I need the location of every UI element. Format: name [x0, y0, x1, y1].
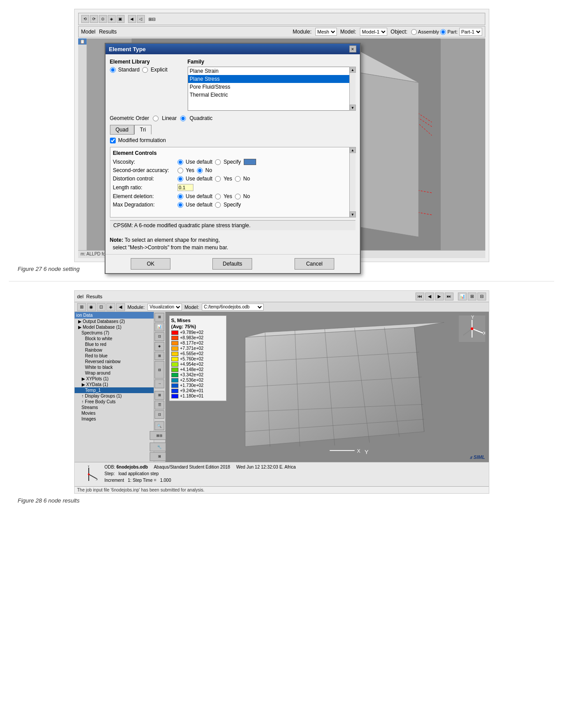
quad-tab[interactable]: Quad — [110, 125, 134, 135]
tree-wrap-around[interactable]: Wrap around — [75, 370, 154, 376]
fig28-icon-2[interactable]: ◉ — [87, 303, 96, 311]
tree-temp1[interactable]: Temp_1 — [75, 387, 154, 393]
fig28-icon-4[interactable]: ◈ — [106, 303, 115, 311]
tool-1[interactable]: ⊞ — [155, 313, 164, 322]
toolbar-icons: ⟲ ⟳ ⊙ ◈ ▣ ◀ ◁ ⊞⊟ — [81, 15, 155, 23]
fig28-icon-3[interactable]: ⊡ — [97, 303, 106, 311]
toolbar-icon-4[interactable]: ◈ — [108, 15, 116, 23]
cancel-button[interactable]: Cancel — [295, 258, 334, 270]
tree-xyplots[interactable]: ▶ XYPlots (1) — [75, 376, 154, 382]
fig28-icon-5[interactable]: ◀ — [116, 303, 125, 311]
tree-xydata[interactable]: ▶ XYData (1) — [75, 382, 154, 387]
modified-formulation-label: Modified formulation — [118, 137, 166, 143]
tool-8[interactable]: ⊞ — [155, 391, 164, 400]
icon-btn-2[interactable]: ⊞ — [468, 293, 476, 300]
play-start-btn[interactable]: ⏮ — [416, 293, 424, 300]
viscosity-specify-radio[interactable] — [215, 159, 221, 165]
part-radio[interactable] — [440, 29, 446, 35]
deletion-no-radio[interactable] — [235, 194, 241, 199]
family-item-plane-stress[interactable]: Plane Stress — [188, 75, 355, 83]
toolbar-icon-3[interactable]: ⊙ — [99, 15, 107, 23]
tool-9[interactable]: ☰ — [155, 401, 164, 409]
tree-images[interactable]: Images — [75, 416, 154, 422]
scroll-up-btn[interactable]: ▲ — [350, 67, 356, 73]
tool-11[interactable]: 🔍 — [155, 421, 164, 430]
fig28-panel-title: ion Data — [75, 312, 154, 319]
tool-5[interactable]: ⊞ — [155, 352, 164, 360]
tool-3[interactable]: ⊡ — [155, 332, 164, 341]
tree-output-databases[interactable]: ▶ Output Databases (2) — [75, 319, 154, 324]
controls-scroll-down[interactable]: ▼ — [350, 211, 356, 218]
length-ratio-input[interactable] — [178, 184, 193, 191]
tree-reversed-rainbow[interactable]: Reversed rainbow — [75, 359, 154, 364]
viscosity-specify-btn[interactable] — [244, 159, 256, 165]
linear-radio[interactable] — [153, 116, 159, 121]
explicit-radio[interactable] — [142, 67, 148, 73]
tree-blue-red[interactable]: Blue to red — [75, 341, 154, 347]
second-order-yes-radio[interactable] — [178, 168, 183, 173]
tree-movies[interactable]: Movies — [75, 410, 154, 416]
toolbar-icon-2[interactable]: ⟳ — [90, 15, 98, 23]
menu-results[interactable]: Results — [99, 29, 117, 35]
family-item-thermal[interactable]: Thermal Electric — [188, 91, 355, 99]
tool-7[interactable]: → — [155, 379, 164, 388]
tree-free-body[interactable]: ↑ Free Body Cuts — [75, 399, 154, 405]
svg-text:X: X — [96, 477, 98, 481]
model-select[interactable]: Model-1 — [360, 28, 387, 36]
toolbar-icon-1[interactable]: ⟲ — [81, 15, 89, 23]
standard-radio[interactable] — [110, 67, 116, 73]
results-menu[interactable]: Results — [86, 294, 102, 299]
defaults-button[interactable]: Defaults — [212, 258, 252, 270]
tool-10[interactable]: ⊡ — [155, 410, 164, 419]
toolbar-icon-7[interactable]: ◁ — [137, 15, 145, 23]
dialog-titlebar: Element Type × — [106, 44, 360, 54]
modified-formulation-checkbox[interactable] — [110, 138, 116, 143]
part-select[interactable]: Part-1 — [459, 28, 482, 36]
toolbar-icon-6[interactable]: ◀ — [128, 15, 136, 23]
tree-rainbow[interactable]: Rainbow — [75, 347, 154, 353]
play-back-btn[interactable]: ◀ — [425, 293, 434, 300]
distortion-no-radio[interactable] — [235, 176, 241, 182]
distortion-yes-radio[interactable] — [215, 176, 221, 182]
viscosity-default-radio[interactable] — [178, 159, 183, 165]
controls-scrollbar[interactable]: ▲ ▼ — [349, 147, 355, 218]
tree-red-blue[interactable]: Red to blue — [75, 353, 154, 359]
tree-white-black[interactable]: White to black — [75, 364, 154, 370]
scroll-down-btn[interactable]: ▼ — [350, 105, 356, 111]
play-fwd-btn[interactable]: ▶ — [435, 293, 444, 300]
max-deg-default-radio[interactable] — [178, 202, 183, 208]
family-scrollbar[interactable]: ▲ ▼ — [349, 67, 355, 111]
toolbar-icon-5[interactable]: ▣ — [117, 15, 125, 23]
tree-block-white[interactable]: Block to white — [75, 336, 154, 341]
second-order-no-radio[interactable] — [197, 168, 203, 173]
ok-button[interactable]: OK — [131, 258, 170, 270]
family-item-pore-fluid[interactable]: Pore Fluid/Stress — [188, 83, 355, 91]
max-deg-specify-radio[interactable] — [215, 202, 221, 208]
fig28-model-select[interactable]: C:/temp/6nodejobs.odb — [202, 304, 264, 311]
deletion-default-radio[interactable] — [178, 194, 183, 199]
tool-4[interactable]: ◈ — [155, 342, 164, 351]
tool-2[interactable]: 📊 — [155, 323, 164, 331]
dialog-close-button[interactable]: × — [349, 45, 356, 53]
tool-6[interactable]: ⊟ — [155, 361, 164, 379]
tree-display-groups[interactable]: ↑ Display Groups (1) — [75, 393, 154, 399]
play-end-btn[interactable]: ⏭ — [445, 293, 453, 300]
assembly-radio[interactable] — [411, 29, 417, 35]
deletion-yes-radio[interactable] — [215, 194, 221, 199]
family-listbox[interactable]: Plane Strain Plane Stress Pore Fluid/Str… — [188, 67, 355, 111]
tri-tab[interactable]: Tri — [134, 125, 152, 135]
menu-model[interactable]: Model — [81, 29, 96, 35]
icon-btn-1[interactable]: 📊 — [458, 293, 467, 300]
fig28-icon-1[interactable]: ⊞ — [77, 303, 86, 311]
tree-model-database[interactable]: ▶ Model Database (1) — [75, 324, 154, 330]
tree-spectrums[interactable]: Spectrums (7) — [75, 330, 154, 336]
quadratic-radio[interactable] — [180, 116, 186, 121]
tree-streams[interactable]: Streams — [75, 405, 154, 410]
fig28-module-select[interactable]: Visualization — [147, 304, 182, 311]
module-select[interactable]: Mesh — [315, 28, 337, 36]
icon-btn-3[interactable]: ⊟ — [477, 293, 486, 300]
controls-scroll-up[interactable]: ▲ — [350, 147, 356, 153]
distortion-default-radio[interactable] — [178, 176, 183, 182]
dialog-note: Note: To select an element shape for mes… — [106, 236, 360, 254]
family-item-plane-strain[interactable]: Plane Strain — [188, 67, 355, 75]
